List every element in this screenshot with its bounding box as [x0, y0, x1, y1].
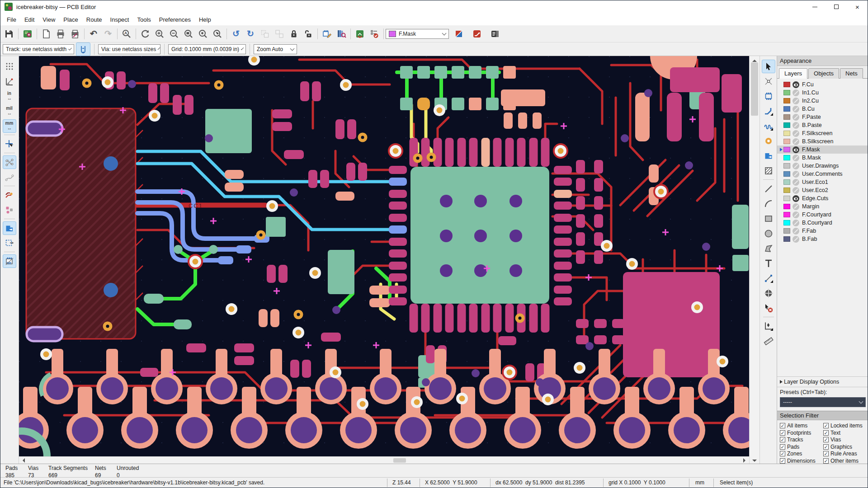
layer-row-f-cu[interactable]: F.Cu: [777, 80, 868, 89]
layer-row-f-silkscreen[interactable]: F.Silkscreen: [777, 129, 868, 137]
horizontal-scroll-thumb[interactable]: [393, 458, 406, 463]
find-button[interactable]: A: [119, 27, 134, 41]
checkbox-icon[interactable]: ✓: [823, 451, 829, 456]
center-ic-fpga[interactable]: [389, 138, 572, 333]
layer-row-f-mask[interactable]: F.Mask: [777, 145, 868, 154]
menu-preferences[interactable]: Preferences: [155, 15, 195, 24]
layer-color-swatch[interactable]: [783, 188, 790, 193]
checkbox-icon[interactable]: ✓: [823, 423, 829, 428]
filter-other-items[interactable]: ✓Other items: [823, 458, 867, 464]
rotate-ccw-button[interactable]: ↺: [229, 27, 243, 41]
polar-coordinates-button[interactable]: [3, 75, 16, 88]
layer-color-swatch[interactable]: [783, 171, 790, 177]
router-settings-button[interactable]: [470, 27, 484, 41]
layer-row-user-comments[interactable]: User.Comments: [777, 170, 868, 178]
usb-connector-zone[interactable]: [26, 108, 143, 341]
layer-color-swatch[interactable]: [783, 114, 790, 120]
layer-color-swatch[interactable]: [783, 122, 790, 128]
layer-visibility-eye-icon[interactable]: [793, 122, 799, 129]
layer-row-f-courtyard[interactable]: F.Courtyard: [777, 211, 868, 219]
layer-row-f-fab[interactable]: F.Fab: [777, 227, 868, 235]
checkbox-icon[interactable]: ✓: [823, 444, 829, 450]
menu-help[interactable]: Help: [195, 15, 215, 24]
layer-visibility-eye-icon[interactable]: [793, 138, 799, 145]
undo-button[interactable]: ↶: [86, 27, 101, 41]
checkbox-icon[interactable]: ✓: [823, 430, 829, 436]
measure-tool-button[interactable]: [762, 334, 775, 348]
tab-nets[interactable]: Nets: [840, 68, 863, 79]
add-rule-area-button[interactable]: [762, 164, 775, 178]
filter-locked-items[interactable]: ✓Locked items: [823, 423, 867, 429]
zoom-objects-button[interactable]: [196, 27, 210, 41]
route-tracks-button[interactable]: [762, 104, 775, 118]
zone-display-mode-button[interactable]: [3, 221, 16, 235]
place-footprint-button[interactable]: [762, 89, 775, 103]
layer-color-swatch[interactable]: [783, 163, 790, 169]
board-setup-button[interactable]: [20, 27, 35, 41]
track-display-mode-button[interactable]: [3, 188, 16, 202]
presets-select[interactable]: -----: [780, 397, 866, 407]
tab-objects[interactable]: Objects: [808, 68, 839, 79]
layer-visibility-eye-icon[interactable]: [793, 203, 799, 210]
checkbox-icon[interactable]: ✓: [823, 437, 829, 442]
menu-tools[interactable]: Tools: [133, 15, 155, 24]
layer-pair-button[interactable]: [452, 27, 466, 41]
layer-row-user-eco2[interactable]: User.Eco2: [777, 186, 868, 194]
layer-color-swatch[interactable]: [783, 155, 790, 160]
save-button[interactable]: [2, 27, 16, 41]
library-browser-button[interactable]: [334, 27, 349, 41]
filter-dimensions[interactable]: ✓Dimensions: [780, 458, 823, 464]
checkbox-icon[interactable]: ✓: [780, 451, 785, 456]
vertical-scrollbar[interactable]: [749, 56, 760, 464]
footprint-editor-button[interactable]: [320, 27, 334, 41]
layer-color-swatch[interactable]: [783, 147, 790, 152]
scroll-up-arrow[interactable]: [752, 57, 757, 62]
checkbox-icon[interactable]: ✓: [780, 437, 785, 442]
pcb-drawing[interactable]: CC1: [19, 56, 749, 456]
layer-row-b-silkscreen[interactable]: B.Silkscreen: [777, 137, 868, 145]
layer-visibility-eye-icon[interactable]: [793, 98, 799, 104]
maximize-button[interactable]: [826, 0, 847, 14]
place-via-button[interactable]: [762, 134, 775, 148]
layer-color-swatch[interactable]: [783, 228, 790, 234]
filter-zones[interactable]: ✓Zones: [780, 451, 823, 457]
filter-graphics[interactable]: ✓Graphics: [823, 444, 867, 450]
menu-edit[interactable]: Edit: [20, 15, 38, 24]
tune-length-button[interactable]: [762, 119, 775, 133]
update-pcb-button[interactable]: [353, 27, 367, 41]
print-button[interactable]: [53, 27, 68, 41]
close-button[interactable]: ×: [847, 0, 868, 14]
layer-visibility-eye-icon[interactable]: [793, 146, 799, 153]
filter-text[interactable]: ✓Text: [823, 430, 867, 436]
layer-visibility-eye-icon[interactable]: [793, 130, 799, 137]
select-tool-button[interactable]: [762, 60, 775, 73]
layer-visibility-eye-icon[interactable]: [793, 179, 799, 186]
draw-line-button[interactable]: [762, 182, 775, 196]
layer-visibility-eye-icon[interactable]: [793, 228, 799, 235]
unlock-button[interactable]: [301, 27, 316, 41]
layer-visibility-eye-icon[interactable]: [793, 81, 799, 88]
filter-rule-areas[interactable]: ✓Rule Areas: [823, 451, 867, 457]
horizontal-scrollbar[interactable]: [19, 456, 749, 464]
zoom-out-button[interactable]: [167, 27, 181, 41]
crosshair-cursor-button[interactable]: [3, 137, 16, 151]
layer-visibility-eye-icon[interactable]: [793, 106, 799, 113]
draw-rectangle-button[interactable]: [762, 212, 775, 225]
layer-visibility-eye-icon[interactable]: [793, 171, 799, 178]
zoom-in-button[interactable]: [152, 27, 167, 41]
draw-circle-button[interactable]: [762, 227, 775, 240]
layer-visibility-eye-icon[interactable]: [793, 114, 799, 121]
menu-route[interactable]: Route: [82, 15, 106, 24]
layer-display-options[interactable]: Layer Display Options: [777, 376, 868, 387]
active-layer-select[interactable]: F.Mask: [386, 29, 449, 39]
add-zone-button[interactable]: [762, 149, 775, 163]
scroll-right-arrow[interactable]: [743, 458, 748, 463]
vertical-scroll-thumb[interactable]: [751, 62, 758, 116]
add-text-button[interactable]: [762, 257, 775, 270]
refresh-view-button[interactable]: [138, 27, 152, 41]
menu-place[interactable]: Place: [59, 15, 82, 24]
group-button[interactable]: [258, 27, 272, 41]
units-millimeters-button[interactable]: mm↔: [3, 119, 16, 133]
rotate-cw-button[interactable]: ↻: [243, 27, 258, 41]
units-inches-button[interactable]: in↔: [3, 89, 16, 103]
